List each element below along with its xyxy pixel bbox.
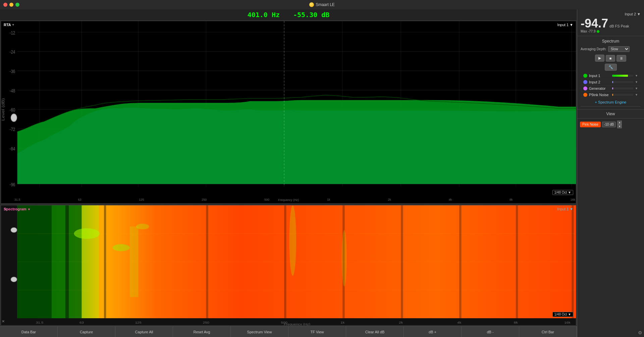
rta-svg: -12 -24 -36 -48 -60 -72 -84 -96 Level (d… <box>1 21 576 203</box>
right-input-name[interactable]: Input 2 ▼ <box>625 12 641 16</box>
play-button[interactable]: ▶ <box>595 55 604 62</box>
svg-text:Level (dB): Level (dB) <box>1 98 5 121</box>
svg-text:-72: -72 <box>10 127 15 132</box>
input2-name: Input 2 <box>589 80 610 84</box>
minimize-button[interactable] <box>9 3 13 7</box>
right-panel: Input 2 ▼ -94.7 dB FS Peak Max -77.9 Spe… <box>577 9 644 337</box>
input2-dot <box>583 80 587 84</box>
view-title: View <box>577 110 644 119</box>
wrench-button[interactable]: 🔧 <box>605 64 617 71</box>
capture-button[interactable]: Capture <box>58 327 115 337</box>
channel-row-generator[interactable]: Generator ▼ <box>581 85 641 92</box>
channel-row-input1[interactable]: Input 1 ▼ <box>581 73 641 79</box>
app-title-text: Smaart LE <box>316 2 335 7</box>
maximize-button[interactable] <box>15 3 19 7</box>
svg-text:Frequency (Hz): Frequency (Hz) <box>284 322 310 325</box>
input-info-header: Input 2 ▼ <box>581 12 641 16</box>
input1-meter-fill <box>612 75 628 77</box>
svg-point-28 <box>11 114 17 122</box>
spectrum-view-button[interactable]: Spectrum View <box>231 327 288 337</box>
svg-point-45 <box>113 244 130 251</box>
reset-avg-button[interactable]: Reset Avg <box>173 327 231 337</box>
input2-meter <box>612 81 634 83</box>
svg-text:250: 250 <box>203 321 209 324</box>
svg-text:8k: 8k <box>514 321 518 324</box>
tools-row: 🔧 <box>581 64 641 71</box>
bottom-close-icon[interactable]: ✕ <box>2 319 5 324</box>
spectrogram-chart[interactable]: ✕ ⚙ Spectrogram ▼ Input 1 ▼ <box>1 205 576 326</box>
stop-button[interactable]: ■ <box>606 55 615 62</box>
svg-text:-84: -84 <box>10 146 15 151</box>
svg-point-46 <box>136 224 149 229</box>
db-control-display: -10 dB <box>602 122 616 127</box>
transport-controls: ▶ ■ ⏸ <box>581 55 641 62</box>
bottom-settings-icon[interactable]: ⚙ <box>638 330 642 335</box>
spectrum-section: Spectrum Averaging Depth: Slow Medium Fa… <box>577 36 644 110</box>
rta-input-label[interactable]: Input 1 ▼ <box>557 23 573 27</box>
generator-dot <box>583 86 587 90</box>
freq-display-bar: 401.0 Hz -55.30 dB <box>0 9 577 20</box>
svg-text:63: 63 <box>79 321 84 324</box>
svg-text:-60: -60 <box>10 107 15 113</box>
spectrogram-input-label[interactable]: Input 1 ▼ <box>557 207 573 211</box>
db-unit: dB FS Peak <box>609 24 629 28</box>
rta-label: RTA ▼ <box>4 23 15 27</box>
svg-text:-36: -36 <box>10 69 15 74</box>
rta-freq-axis-label: Frequency (Hz) <box>278 198 299 202</box>
svg-text:31.5: 31.5 <box>36 321 44 324</box>
input1-meter <box>612 75 634 77</box>
input1-dot <box>583 74 587 78</box>
svg-point-52 <box>11 227 17 232</box>
bottom-toolbar: Data Bar Capture Capture All Reset Avg S… <box>0 326 577 337</box>
pink-noise-dot <box>583 93 587 97</box>
svg-text:1k: 1k <box>340 321 345 324</box>
svg-text:-24: -24 <box>10 49 15 55</box>
pink-noise-meter-fill <box>612 94 613 96</box>
db-down-button[interactable]: ▼ <box>617 125 622 129</box>
db-plus-button[interactable]: dB + <box>404 327 462 337</box>
db-display: -55.30 dB <box>293 11 329 19</box>
app-title: Smaart LE <box>309 2 335 7</box>
pink-noise-view-button[interactable]: Pink Noise <box>580 122 601 127</box>
spectrogram-resolution-badge[interactable]: 1/48 Oct ▼ <box>552 312 573 317</box>
rta-chart[interactable]: RTA ▼ Input 1 ▼ <box>1 21 576 204</box>
input-info: Input 2 ▼ -94.7 dB FS Peak Max -77.9 <box>577 9 644 36</box>
capture-all-button[interactable]: Capture All <box>115 327 173 337</box>
rta-resolution-badge[interactable]: 1/48 Oct ▼ <box>552 190 573 195</box>
avg-depth-row: Averaging Depth: Slow Medium Fast None <box>581 46 641 52</box>
input2-meter-fill <box>612 81 613 83</box>
svg-point-47 <box>289 205 296 276</box>
channel-row-input2[interactable]: Input 2 ▼ <box>581 79 641 85</box>
view-section: View Pink Noise -10 dB ▲ ▼ <box>577 110 644 337</box>
tf-view-button[interactable]: TF View <box>288 327 346 337</box>
charts-panel: 401.0 Hz -55.30 dB RTA ▼ Input 1 ▼ <box>0 9 577 337</box>
generator-meter <box>612 87 634 89</box>
db-up-button[interactable]: ▲ <box>617 121 622 125</box>
data-bar-button[interactable]: Data Bar <box>0 327 58 337</box>
spectrogram-label: Spectrogram ▼ <box>4 207 31 211</box>
db-readout-row: -94.7 dB FS Peak <box>581 17 641 29</box>
svg-text:-12: -12 <box>10 30 15 36</box>
spectrogram-svg: 31.5 63 125 250 500 1k 2k 4k 8k 16k Freq… <box>1 205 576 325</box>
ctrl-bar-button[interactable]: Ctrl Bar <box>519 327 577 337</box>
db-readout: -94.7 <box>581 17 608 29</box>
title-bar: Smaart LE <box>0 0 644 9</box>
svg-text:4k: 4k <box>457 321 462 324</box>
add-spectrum-engine-button[interactable]: + Spectrum Engine <box>581 98 641 107</box>
input1-name: Input 1 <box>589 74 610 78</box>
generator-name: Generator <box>589 86 610 90</box>
frequency-display: 401.0 Hz <box>248 11 280 19</box>
db-minus-button[interactable]: dB - <box>462 327 519 337</box>
db-max-indicator <box>597 30 599 33</box>
svg-text:2k: 2k <box>399 321 403 324</box>
clear-all-db-button[interactable]: Clear All dB <box>346 327 404 337</box>
close-button[interactable] <box>3 3 7 7</box>
db-max: Max -77.9 <box>581 29 641 33</box>
svg-point-53 <box>11 277 17 282</box>
view-controls: Pink Noise -10 dB ▲ ▼ <box>577 119 644 130</box>
main-content: 401.0 Hz -55.30 dB RTA ▼ Input 1 ▼ <box>0 9 644 337</box>
svg-text:-48: -48 <box>10 88 15 93</box>
pause-button[interactable]: ⏸ <box>616 55 626 62</box>
avg-depth-select[interactable]: Slow Medium Fast None <box>608 46 630 52</box>
channel-row-pink-noise[interactable]: P9ink Noise ▼ <box>581 92 641 98</box>
